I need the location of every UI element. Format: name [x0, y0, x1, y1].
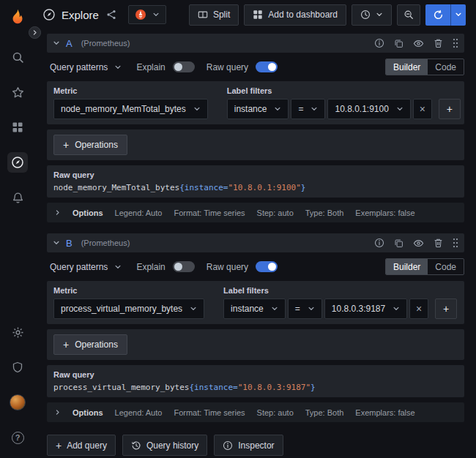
- sidebar-item-search[interactable]: [7, 47, 28, 67]
- filter-operator-value: =: [298, 104, 303, 114]
- main-area: Explore Split Add to dashboard: [35, 0, 476, 458]
- builder-tab[interactable]: Builder: [386, 259, 428, 274]
- remove-query-trash-icon[interactable]: [434, 238, 443, 248]
- grafana-logo[interactable]: [7, 7, 28, 28]
- metric-select[interactable]: node_memory_MemTotal_bytes: [53, 99, 208, 119]
- add-to-dashboard-button[interactable]: Add to dashboard: [244, 4, 346, 26]
- filter-key-select[interactable]: instance: [223, 299, 286, 319]
- options-collapsed-row[interactable]: Options Legend: Auto Format: Time series…: [47, 203, 464, 222]
- collapse-query-button[interactable]: [53, 239, 60, 247]
- label-filters-field: Label filters instance = 10.8.: [223, 286, 457, 319]
- sidebar-item-starred[interactable]: [7, 82, 28, 102]
- query-header: A (Prometheus): [47, 34, 464, 53]
- share-button[interactable]: [105, 10, 118, 20]
- duplicate-query-icon[interactable]: [394, 239, 404, 248]
- metric-select[interactable]: process_virtual_memory_bytes: [53, 299, 204, 319]
- code-string-value: "10.8.0.3:9187": [238, 383, 310, 392]
- metric-label: Metric: [53, 86, 208, 95]
- explain-label: Explain: [136, 262, 165, 272]
- query-patterns-dropdown[interactable]: Query patterns: [47, 262, 124, 272]
- operations-row: + Operations: [47, 129, 464, 160]
- options-collapsed-row[interactable]: Options Legend: Auto Format: Time series…: [47, 402, 464, 422]
- operations-row: + Operations: [47, 329, 464, 360]
- sidebar-item-help[interactable]: ?: [7, 427, 28, 448]
- query-rows: A (Prometheus) Query patterns: [35, 29, 476, 458]
- duplicate-query-icon[interactable]: [394, 39, 404, 48]
- inspector-button[interactable]: Inspector: [214, 435, 283, 456]
- operations-button[interactable]: + Operations: [53, 334, 127, 355]
- search-icon: [12, 51, 24, 64]
- sidebar-item-explore[interactable]: [7, 152, 28, 173]
- toolbar-actions: Split Add to dashboard: [189, 4, 466, 26]
- filter-key-value: instance: [234, 104, 267, 114]
- zoom-out-button[interactable]: [397, 4, 420, 26]
- code-label-name: instance: [194, 383, 233, 392]
- datasource-picker[interactable]: [128, 5, 166, 24]
- grafana-flame-icon: [8, 8, 27, 27]
- star-icon: [12, 86, 24, 99]
- option-summary-item: Type: Both: [305, 209, 344, 217]
- raw-query-preview: Raw query node_memory_MemTotal_bytes{ins…: [47, 165, 464, 198]
- raw-query-toggle[interactable]: [256, 61, 278, 72]
- option-summary-item: Format: Time series: [174, 408, 245, 417]
- split-label: Split: [213, 10, 230, 20]
- query-patterns-dropdown[interactable]: Query patterns: [47, 62, 124, 72]
- plus-icon: +: [63, 339, 69, 350]
- chevron-down-icon: [190, 305, 197, 312]
- query-help-icon[interactable]: [374, 238, 384, 248]
- filter-operator-select[interactable]: =: [288, 299, 322, 319]
- builder-tab[interactable]: Builder: [386, 59, 428, 75]
- add-filter-button[interactable]: +: [439, 99, 461, 119]
- filter-value-select[interactable]: 10.8.0.3:9187: [324, 299, 407, 319]
- run-query-button[interactable]: [425, 4, 450, 26]
- drag-handle-icon[interactable]: [453, 38, 458, 48]
- query-patterns-label: Query patterns: [50, 62, 108, 72]
- page-title: Explore: [62, 9, 99, 21]
- query-help-icon[interactable]: [374, 38, 384, 48]
- query-header: B (Prometheus): [47, 233, 464, 252]
- add-to-dashboard-label: Add to dashboard: [268, 10, 338, 20]
- sidebar-expand-button[interactable]: [29, 26, 41, 39]
- code-tab[interactable]: Code: [428, 259, 464, 274]
- split-button[interactable]: Split: [189, 4, 239, 26]
- sidebar-item-configuration[interactable]: [7, 322, 28, 342]
- filter-value-select[interactable]: 10.8.0.1:9100: [327, 99, 410, 119]
- explain-toggle[interactable]: [173, 261, 195, 272]
- sidebar-nav-bottom: ?: [7, 322, 28, 448]
- query-history-button[interactable]: Query history: [122, 435, 207, 456]
- filter-key-select[interactable]: instance: [227, 99, 289, 119]
- apps-grid-icon: [12, 121, 23, 133]
- explain-toggle[interactable]: [173, 61, 195, 72]
- add-query-label: Add query: [67, 440, 107, 451]
- collapse-query-button[interactable]: [53, 40, 60, 47]
- bell-icon: [12, 192, 24, 204]
- chevron-down-icon: [53, 40, 60, 47]
- explore-page-icon: [42, 8, 56, 21]
- sidebar-item-alerting[interactable]: [7, 187, 28, 208]
- time-range-button[interactable]: [352, 4, 392, 26]
- operations-button[interactable]: + Operations: [53, 135, 127, 155]
- sidebar-item-profile[interactable]: [7, 392, 28, 413]
- add-query-button[interactable]: + Add query: [47, 435, 116, 456]
- sidebar-item-dashboards[interactable]: [7, 117, 28, 138]
- explore-toolbar: Explore Split Add to dashboard: [35, 0, 476, 29]
- remove-filter-button[interactable]: ×: [413, 99, 432, 119]
- add-filter-button[interactable]: +: [435, 299, 457, 319]
- close-icon: ×: [416, 304, 422, 314]
- filter-operator-value: =: [295, 304, 300, 314]
- chevron-down-icon: [396, 105, 404, 113]
- grafana-app: ? Explore Split Add to dash: [0, 0, 476, 458]
- filter-operator-select[interactable]: =: [291, 99, 325, 119]
- options-label: Options: [72, 408, 103, 417]
- disable-query-eye-icon[interactable]: [413, 238, 424, 249]
- disable-query-eye-icon[interactable]: [413, 38, 424, 49]
- code-tab[interactable]: Code: [428, 59, 464, 75]
- metric-field: Metric process_virtual_memory_bytes: [53, 286, 204, 319]
- run-query-caret-button[interactable]: [450, 4, 466, 26]
- remove-query-trash-icon[interactable]: [434, 38, 443, 48]
- raw-query-toggle[interactable]: [256, 261, 278, 272]
- sidebar-item-admin[interactable]: [7, 357, 28, 378]
- metric-label: Metric: [53, 286, 204, 295]
- remove-filter-button[interactable]: ×: [409, 299, 428, 319]
- drag-handle-icon[interactable]: [453, 238, 458, 248]
